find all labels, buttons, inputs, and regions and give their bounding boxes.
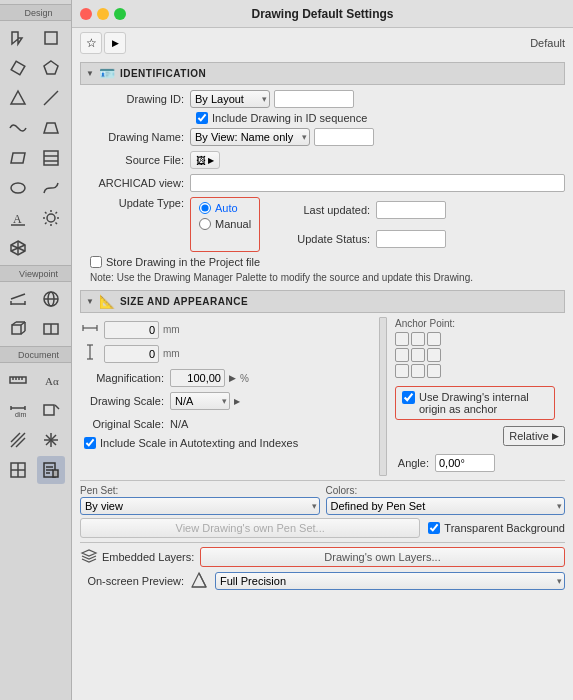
drawing-id-select-wrapper: By Layout — [190, 90, 270, 108]
sidebar-icon-spline[interactable] — [37, 174, 65, 202]
update-type-box: Auto Manual — [190, 197, 260, 252]
sidebar-icon-trapezoid[interactable] — [37, 114, 65, 142]
window-title: Drawing Default Settings — [251, 7, 393, 21]
pen-set-select-wrapper: By view — [80, 497, 320, 515]
include-drawing-checkbox[interactable] — [196, 112, 208, 124]
sidebar-icon-chart[interactable] — [4, 456, 32, 484]
colors-select[interactable]: Defined by Pen Set — [326, 497, 566, 515]
sidebar-icon-star[interactable] — [37, 426, 65, 454]
drawing-name-input[interactable] — [314, 128, 374, 146]
sidebar-icon-text[interactable]: A — [4, 204, 32, 232]
manual-label: Manual — [215, 218, 251, 230]
sidebar-icon-fill[interactable] — [37, 396, 65, 424]
sidebar-icon-shape1[interactable] — [37, 24, 65, 52]
source-file-button[interactable]: 🖼 ▶ — [190, 151, 220, 169]
sidebar-document-grid: Aα dim — [0, 363, 71, 487]
anchor-dot-bl[interactable] — [395, 364, 409, 378]
anchor-dot-tc[interactable] — [411, 332, 425, 346]
sidebar-viewpoint-grid — [0, 282, 71, 346]
favorite-button[interactable]: ☆ — [80, 32, 102, 54]
anchor-dot-tl[interactable] — [395, 332, 409, 346]
minimize-button[interactable] — [97, 8, 109, 20]
magnification-row: Magnification: ▶ % — [80, 368, 369, 388]
sidebar-icon-globe[interactable] — [37, 285, 65, 313]
width-unit: mm — [163, 324, 180, 335]
pen-set-select[interactable]: By view — [80, 497, 320, 515]
last-updated-input[interactable] — [376, 201, 446, 219]
more-button[interactable]: ▶ — [104, 32, 126, 54]
sidebar-icon-cube[interactable] — [4, 234, 32, 262]
manual-radio[interactable] — [199, 218, 211, 230]
anchor-dot-mc[interactable] — [411, 348, 425, 362]
height-input[interactable]: 0 — [104, 345, 159, 363]
sidebar-icon-hatch[interactable] — [37, 144, 65, 172]
close-button[interactable] — [80, 8, 92, 20]
identification-section-header[interactable]: ▼ 🪪 IDENTIFICATION — [80, 62, 565, 85]
archicad-view-input[interactable] — [190, 174, 565, 192]
size-section-header[interactable]: ▼ 📐 SIZE AND APPEARANCE — [80, 290, 565, 313]
sidebar-icon-section[interactable] — [37, 315, 65, 343]
auto-radio[interactable] — [199, 202, 211, 214]
sidebar-icon-poly[interactable] — [37, 54, 65, 82]
magnification-input[interactable] — [170, 369, 225, 387]
sidebar-icon-arrow[interactable] — [4, 24, 32, 52]
colors-col: Colors: Defined by Pen Set — [326, 485, 566, 515]
resize-handle[interactable] — [379, 317, 387, 476]
include-scale-checkbox[interactable] — [84, 437, 96, 449]
drawing-id-select[interactable]: By Layout — [190, 90, 270, 108]
drawing-id-input[interactable] — [274, 90, 354, 108]
sidebar-icon-parallel[interactable] — [4, 144, 32, 172]
sidebar-icon-ruler[interactable] — [4, 366, 32, 394]
internal-origin-checkbox[interactable] — [402, 391, 415, 404]
anchor-point-row: Anchor Point: — [395, 317, 565, 378]
transparent-bg-checkbox[interactable] — [428, 522, 440, 534]
update-status-label: Update Status: — [296, 233, 376, 245]
sidebar-icon-dimension2[interactable]: dim — [4, 396, 32, 424]
sidebar-icon-triangle[interactable] — [4, 84, 32, 112]
sidebar-icon-sun[interactable] — [37, 204, 65, 232]
sidebar-icon-dim[interactable] — [4, 285, 32, 313]
embedded-layers-button[interactable]: Drawing's own Layers... — [200, 547, 565, 567]
source-file-row: Source File: 🖼 ▶ — [80, 150, 565, 170]
sidebar-icon-hatch2[interactable] — [4, 426, 32, 454]
update-status-input[interactable] — [376, 230, 446, 248]
svg-line-73 — [199, 573, 206, 587]
svg-line-52 — [16, 438, 25, 447]
sidebar-icon-alpha[interactable]: Aα — [37, 366, 65, 394]
pen-col: Pen Set: By view — [80, 485, 320, 515]
pen-set-label: Pen Set: — [80, 485, 320, 496]
separator-1 — [80, 480, 565, 481]
drawing-name-select[interactable]: By View: Name only — [190, 128, 310, 146]
drawing-name-select-wrapper: By View: Name only — [190, 128, 310, 146]
sidebar-icon-line[interactable] — [37, 84, 65, 112]
maximize-button[interactable] — [114, 8, 126, 20]
store-drawing-label: Store Drawing in the Project file — [106, 256, 260, 268]
width-input[interactable]: 0 — [104, 321, 159, 339]
magnification-label: Magnification: — [80, 372, 170, 384]
magnification-arrow[interactable]: ▶ — [229, 373, 236, 383]
onscreen-preview-select[interactable]: Full Precision — [215, 572, 565, 590]
relative-button[interactable]: Relative ▶ — [503, 426, 565, 446]
sidebar-icon-wave[interactable] — [4, 114, 32, 142]
anchor-dot-mr[interactable] — [427, 348, 441, 362]
sidebar-icon-drawing-active[interactable] — [37, 456, 65, 484]
svg-line-49 — [55, 405, 59, 409]
store-drawing-checkbox[interactable] — [90, 256, 102, 268]
sidebar-icon-3d-view[interactable] — [4, 315, 32, 343]
sidebar-section-viewpoint: Viewpoint — [0, 265, 71, 282]
svg-text:Aα: Aα — [45, 375, 59, 387]
sidebar-icon-rotated-rect[interactable] — [4, 54, 32, 82]
view-pen-set-button[interactable]: View Drawing's own Pen Set... — [80, 518, 420, 538]
magnification-unit: % — [240, 373, 249, 384]
svg-point-11 — [47, 214, 55, 222]
anchor-dot-ml[interactable] — [395, 348, 409, 362]
size-label: SIZE AND APPEARANCE — [120, 296, 248, 307]
store-drawing-row: Store Drawing in the Project file — [90, 256, 565, 268]
onscreen-preview-select-wrapper: Full Precision — [215, 572, 565, 590]
anchor-dot-tr[interactable] — [427, 332, 441, 346]
angle-input[interactable] — [435, 454, 495, 472]
sidebar-icon-ellipse[interactable] — [4, 174, 32, 202]
anchor-dot-br[interactable] — [427, 364, 441, 378]
anchor-dot-bc[interactable] — [411, 364, 425, 378]
drawing-scale-select[interactable]: N/A — [170, 392, 230, 410]
